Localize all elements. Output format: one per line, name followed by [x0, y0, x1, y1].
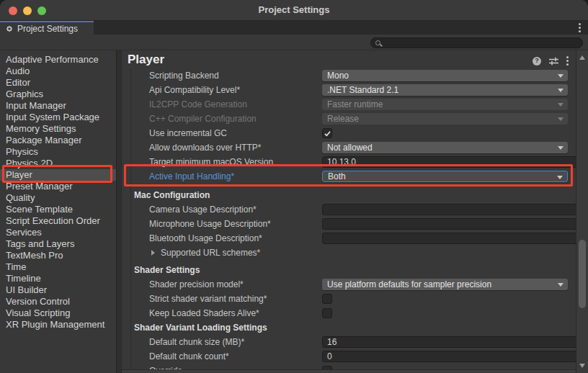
tab-bar: Project Settings	[0, 21, 588, 35]
sidebar-item-time[interactable]: Time	[0, 261, 116, 273]
sidebar-item-version-control[interactable]: Version Control	[0, 296, 116, 307]
strict-shader-variant-matching-checkbox[interactable]	[322, 294, 332, 304]
horizontal-scrollbar[interactable]	[122, 369, 576, 373]
sidebar-item-visual-scripting[interactable]: Visual Scripting	[0, 307, 116, 319]
sidebar-item-preset-manager[interactable]: Preset Manager	[0, 181, 116, 192]
setting-label: Shader precision model*	[149, 277, 244, 292]
settings-toolbar	[0, 35, 588, 50]
chevron-down-icon	[558, 103, 564, 107]
setting-label: Camera Usage Description*	[149, 202, 257, 217]
camera-usage-description-field[interactable]	[322, 204, 588, 215]
default-chunk-size-field[interactable]	[322, 336, 588, 348]
chevron-down-icon	[558, 146, 564, 150]
allow-downloads-over-http-dropdown[interactable]: Not allowed	[322, 142, 568, 153]
settings-row: Camera Usage Description*	[122, 202, 576, 217]
sidebar-item-services[interactable]: Services	[0, 227, 116, 238]
bluetooth-usage-description-field[interactable]	[322, 233, 588, 244]
help-icon[interactable]: ?	[533, 57, 541, 66]
sidebar-item-scene-template[interactable]: Scene Template	[0, 204, 116, 215]
setting-label: Default chunk count*	[149, 349, 229, 364]
settings-row: Default chunk size (MB)*	[122, 335, 576, 349]
sidebar-item-xr-plugin-management[interactable]: XR Plugin Management	[0, 319, 116, 331]
settings-row: Target minimum macOS Version	[122, 155, 576, 169]
sidebar-item-editor[interactable]: Editor	[0, 77, 116, 89]
sidebar-item-player[interactable]: Player	[0, 169, 116, 181]
sidebar-item-physics[interactable]: Physics	[0, 146, 116, 158]
setting-label: C++ Compiler Configuration	[149, 112, 257, 126]
use-incremental-gc-checkbox[interactable]	[322, 128, 332, 138]
page-title: Player	[128, 53, 164, 67]
il2cpp-code-generation-dropdown: Faster runtime	[322, 99, 568, 110]
settings-row: IL2CPP Code Generation Faster runtime	[122, 97, 576, 112]
search-input[interactable]	[384, 39, 578, 48]
chevron-down-icon	[558, 89, 564, 92]
cpp-compiler-configuration-dropdown: Release	[322, 113, 568, 125]
settings-row: C++ Compiler Configuration Release	[122, 112, 576, 126]
sidebar-item-package-manager[interactable]: Package Manager	[0, 135, 116, 146]
default-chunk-count-field[interactable]	[322, 351, 588, 362]
settings-row: Strict shader variant matching*	[122, 292, 576, 306]
presets-icon[interactable]	[549, 57, 558, 66]
supported-url-schemes-foldout[interactable]: Supported URL schemes*	[161, 246, 260, 260]
search-icon	[375, 40, 380, 45]
search-box[interactable]	[370, 37, 583, 48]
tab-menu-icon[interactable]	[579, 23, 581, 32]
settings-row: Shader precision model* Use platform def…	[122, 277, 576, 292]
setting-label: Active Input Handling*	[149, 169, 234, 184]
setting-label: Api Compatibility Level*	[149, 83, 240, 97]
player-settings-panel: Player ? Scripting Backend Mono	[122, 50, 576, 373]
sidebar-item-ui-builder[interactable]: UI Builder	[0, 284, 116, 296]
section-header: Shader Settings	[122, 263, 576, 277]
setting-label: Use incremental GC	[149, 126, 227, 140]
section-header: Mac Configuration	[122, 188, 576, 202]
vertical-scrollbar[interactable]	[576, 50, 588, 373]
settings-row: Bluetooth Usage Description*	[122, 231, 576, 246]
tab-label: Project Settings	[17, 24, 78, 34]
settings-row: Supported URL schemes*	[122, 246, 576, 260]
sidebar-item-adaptive-performance[interactable]: Adaptive Performance	[0, 54, 116, 66]
chevron-down-icon	[558, 74, 564, 78]
chevron-down-icon	[558, 283, 564, 287]
scroll-down-icon[interactable]	[579, 364, 585, 368]
setting-label: Scripting Backend	[149, 68, 219, 83]
settings-row: Default chunk count*	[122, 349, 576, 364]
settings-row: Microphone Usage Description*	[122, 217, 576, 231]
keep-loaded-shaders-alive-checkbox[interactable]	[322, 308, 332, 318]
checkmark-icon	[324, 130, 331, 138]
scripting-backend-dropdown[interactable]: Mono	[322, 70, 568, 81]
sidebar-item-textmesh-pro[interactable]: TextMesh Pro	[0, 250, 116, 261]
settings-row: Allow downloads over HTTP* Not allowed	[122, 140, 576, 155]
microphone-usage-description-field[interactable]	[322, 218, 588, 230]
tab-project-settings[interactable]: Project Settings	[0, 21, 94, 35]
titlebar: Project Settings	[0, 0, 588, 21]
settings-row: Keep Loaded Shaders Alive*	[122, 306, 576, 320]
setting-label: Keep Loaded Shaders Alive*	[149, 306, 259, 320]
sidebar-item-physics-2d[interactable]: Physics 2D	[0, 158, 116, 169]
sidebar-item-quality[interactable]: Quality	[0, 192, 116, 204]
setting-label: Strict shader variant matching*	[149, 292, 267, 306]
scrollbar-thumb[interactable]	[579, 240, 586, 308]
scroll-up-icon[interactable]	[579, 55, 585, 60]
panel-menu-icon[interactable]	[566, 56, 569, 66]
setting-label: Default chunk size (MB)*	[149, 335, 244, 349]
settings-row: Use incremental GC	[122, 126, 576, 140]
window-title: Project Settings	[0, 0, 588, 20]
sidebar-item-input-manager[interactable]: Input Manager	[0, 100, 116, 112]
sidebar-item-timeline[interactable]: Timeline	[0, 273, 116, 284]
sidebar-splitter[interactable]	[116, 50, 122, 373]
setting-label: Bluetooth Usage Description*	[149, 231, 262, 246]
sidebar-item-input-system-package[interactable]: Input System Package	[0, 112, 116, 123]
active-input-handling-dropdown[interactable]: Both	[322, 171, 568, 182]
shader-precision-model-dropdown[interactable]: Use platform defaults for sampler precis…	[322, 279, 568, 290]
sidebar-item-tags-and-layers[interactable]: Tags and Layers	[0, 238, 116, 250]
target-minimum-macos-version-field[interactable]	[322, 156, 588, 168]
sidebar-item-graphics[interactable]: Graphics	[0, 89, 116, 100]
api-compatibility-level-dropdown[interactable]: .NET Standard 2.1	[322, 84, 568, 96]
foldout-triangle-icon[interactable]	[151, 250, 155, 256]
sidebar-item-script-execution-order[interactable]: Script Execution Order	[0, 215, 116, 227]
sidebar-item-audio[interactable]: Audio	[0, 66, 116, 77]
settings-row-active-input-handling: Active Input Handling* Both	[122, 169, 576, 184]
settings-sidebar: Adaptive Performance Audio Editor Graphi…	[0, 50, 116, 373]
sidebar-item-memory-settings[interactable]: Memory Settings	[0, 123, 116, 135]
settings-body: Adaptive Performance Audio Editor Graphi…	[0, 50, 588, 373]
